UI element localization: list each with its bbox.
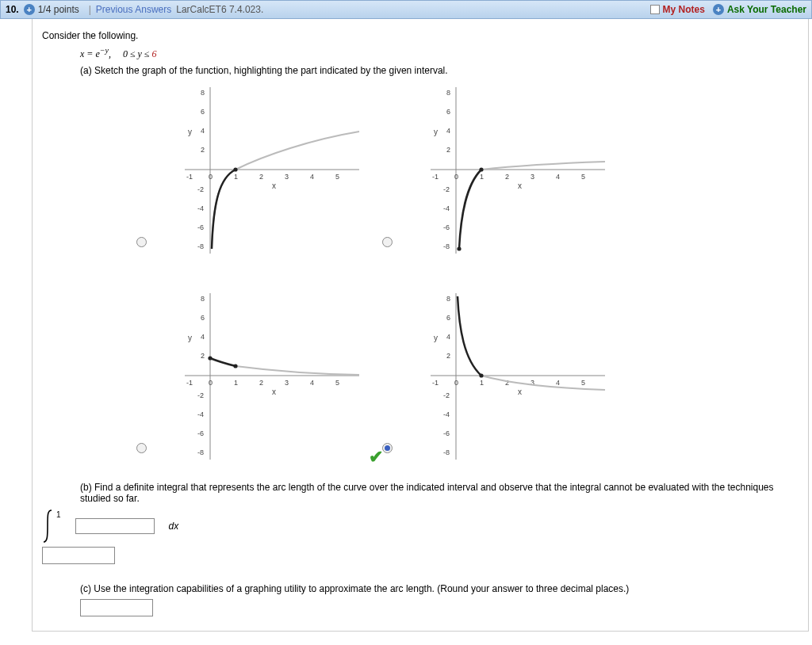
separator: | bbox=[89, 4, 91, 15]
svg-text:-8: -8 bbox=[197, 242, 204, 250]
svg-text:4: 4 bbox=[446, 127, 450, 135]
radio-option-2[interactable] bbox=[382, 237, 393, 247]
svg-text:y: y bbox=[188, 334, 192, 342]
svg-text:4: 4 bbox=[201, 127, 205, 135]
equation: x = e−y, 0 ≤ y ≤ 6 bbox=[80, 46, 799, 60]
radio-option-3[interactable] bbox=[136, 443, 147, 453]
svg-text:0: 0 bbox=[209, 173, 213, 181]
graph-option-3: 8 6 4 2 -2 -4 -6 -8 -1 0 1 2 3 4 5 bbox=[153, 288, 367, 463]
svg-text:0: 0 bbox=[209, 379, 213, 387]
svg-text:-2: -2 bbox=[197, 391, 204, 399]
integral-symbol-icon bbox=[42, 509, 55, 544]
svg-text:1: 1 bbox=[480, 173, 484, 181]
expand-icon[interactable]: + bbox=[713, 4, 724, 15]
svg-text:-8: -8 bbox=[197, 448, 204, 456]
svg-text:-2: -2 bbox=[197, 185, 204, 193]
graph-option-4: ✔ 8 6 4 2 -2 -4 -6 -8 -1 0 1 bbox=[399, 288, 613, 463]
svg-text:2: 2 bbox=[201, 352, 205, 360]
dx-label: dx bbox=[169, 521, 179, 532]
svg-text:1: 1 bbox=[234, 173, 238, 181]
integral-lower-limit-input[interactable] bbox=[42, 547, 115, 564]
svg-text:8: 8 bbox=[201, 89, 205, 97]
svg-text:0: 0 bbox=[454, 379, 458, 387]
radio-option-1[interactable] bbox=[136, 237, 147, 247]
graph-options: 8 6 4 2 -2 -4 -6 -8 -1 0 1 2 3 4 bbox=[90, 82, 799, 463]
correct-check-icon: ✔ bbox=[369, 447, 383, 468]
svg-text:y: y bbox=[434, 128, 438, 136]
svg-point-61 bbox=[233, 364, 237, 368]
svg-text:0: 0 bbox=[454, 173, 458, 181]
svg-text:x: x bbox=[518, 387, 522, 396]
question-body: Consider the following. x = e−y, 0 ≤ y ≤… bbox=[32, 19, 809, 632]
svg-text:-6: -6 bbox=[443, 429, 450, 437]
svg-text:5: 5 bbox=[581, 379, 585, 387]
svg-text:4: 4 bbox=[446, 333, 450, 341]
svg-point-81 bbox=[479, 373, 483, 377]
textbook-source: LarCalcET6 7.4.023. bbox=[176, 4, 263, 15]
svg-text:2: 2 bbox=[446, 146, 450, 154]
my-notes-link[interactable]: My Notes bbox=[663, 4, 705, 15]
svg-text:3: 3 bbox=[285, 173, 289, 181]
svg-text:-6: -6 bbox=[197, 429, 204, 437]
svg-text:y: y bbox=[434, 334, 438, 342]
part-c-text: (c) Use the integration capabilities of … bbox=[80, 583, 778, 594]
svg-text:2: 2 bbox=[505, 379, 509, 387]
svg-text:-8: -8 bbox=[443, 242, 450, 250]
part-a-text: (a) Sketch the graph of the function, hi… bbox=[80, 65, 799, 76]
intro-text: Consider the following. bbox=[42, 30, 799, 41]
part-b-text: (b) Find a definite integral that repres… bbox=[80, 482, 778, 504]
svg-text:-1: -1 bbox=[432, 379, 439, 387]
svg-text:2: 2 bbox=[201, 146, 205, 154]
svg-text:-1: -1 bbox=[186, 379, 193, 387]
svg-text:-6: -6 bbox=[443, 223, 450, 231]
svg-text:3: 3 bbox=[285, 379, 289, 387]
integral-expression: 1 dx bbox=[42, 509, 799, 544]
svg-text:-2: -2 bbox=[443, 185, 450, 193]
svg-text:8: 8 bbox=[446, 89, 450, 97]
svg-text:5: 5 bbox=[335, 173, 339, 181]
svg-text:x: x bbox=[272, 181, 276, 190]
svg-point-40 bbox=[457, 246, 461, 250]
svg-point-39 bbox=[479, 167, 483, 171]
svg-text:2: 2 bbox=[446, 352, 450, 360]
graph-option-2: 8 6 4 2 -2 -4 -6 -8 -1 0 1 2 3 4 5 bbox=[399, 82, 613, 257]
integral-upper-limit: 1 bbox=[56, 510, 61, 519]
svg-text:2: 2 bbox=[259, 173, 263, 181]
svg-text:1: 1 bbox=[480, 379, 484, 387]
svg-point-19 bbox=[233, 167, 237, 171]
svg-text:2: 2 bbox=[505, 173, 509, 181]
svg-text:8: 8 bbox=[446, 295, 450, 303]
question-number: 10. bbox=[6, 4, 19, 15]
svg-text:x: x bbox=[518, 181, 522, 190]
svg-text:3: 3 bbox=[530, 173, 534, 181]
svg-text:-4: -4 bbox=[197, 204, 204, 212]
svg-text:5: 5 bbox=[335, 379, 339, 387]
svg-text:6: 6 bbox=[446, 108, 450, 116]
svg-text:8: 8 bbox=[201, 295, 205, 303]
svg-text:1: 1 bbox=[234, 379, 238, 387]
svg-text:5: 5 bbox=[581, 173, 585, 181]
expand-icon[interactable]: + bbox=[24, 4, 35, 15]
svg-text:-1: -1 bbox=[186, 173, 193, 181]
svg-text:-4: -4 bbox=[443, 410, 450, 418]
svg-point-60 bbox=[208, 356, 212, 360]
notes-checkbox-icon[interactable] bbox=[650, 5, 660, 14]
svg-text:-6: -6 bbox=[197, 223, 204, 231]
integrand-input[interactable] bbox=[75, 518, 155, 534]
radio-option-4[interactable] bbox=[382, 443, 393, 453]
graph-option-1: 8 6 4 2 -2 -4 -6 -8 -1 0 1 2 3 4 bbox=[153, 82, 367, 257]
svg-text:4: 4 bbox=[201, 333, 205, 341]
ask-teacher-link[interactable]: Ask Your Teacher bbox=[727, 4, 806, 15]
arc-length-answer-input[interactable] bbox=[80, 599, 153, 616]
points-label: 1/4 points bbox=[38, 4, 79, 15]
svg-text:-1: -1 bbox=[432, 173, 439, 181]
svg-text:-4: -4 bbox=[197, 410, 204, 418]
svg-text:6: 6 bbox=[446, 314, 450, 322]
svg-text:-4: -4 bbox=[443, 204, 450, 212]
previous-answers-link[interactable]: Previous Answers bbox=[96, 4, 171, 15]
svg-text:4: 4 bbox=[310, 173, 314, 181]
question-toolbar: 10. + 1/4 points | Previous Answers LarC… bbox=[0, 0, 812, 19]
svg-text:4: 4 bbox=[556, 379, 560, 387]
svg-text:-8: -8 bbox=[443, 448, 450, 456]
svg-text:x: x bbox=[272, 387, 276, 396]
